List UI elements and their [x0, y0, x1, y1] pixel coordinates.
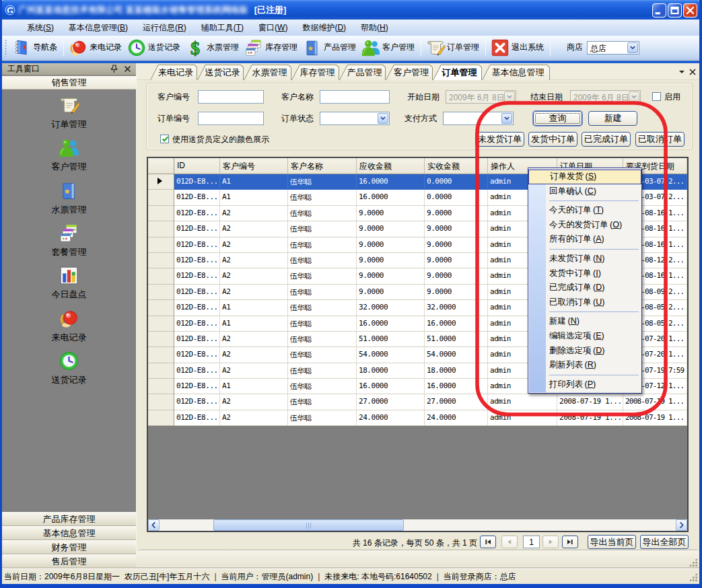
last-page-button[interactable] — [562, 536, 578, 548]
toolbar-button-6[interactable]: 产品管理 — [301, 37, 359, 59]
column-header-5[interactable]: 实收金额 — [425, 158, 488, 174]
context-menu-item-所有的订单[interactable]: 所有的订单 (A) — [528, 232, 641, 247]
close-button[interactable] — [683, 3, 697, 17]
context-menu-item-今天的订单[interactable]: 今天的订单 (T) — [528, 203, 641, 218]
context-menu-item-编辑选定项[interactable]: 编辑选定项 (E) — [528, 329, 641, 344]
column-header-1[interactable]: ID — [174, 158, 220, 174]
tab-2[interactable]: 送货记录 — [197, 65, 244, 80]
tab-5[interactable]: 产品管理 — [339, 65, 386, 80]
context-menu-item-订单发货[interactable]: 订单发货 (S) — [528, 170, 641, 184]
resize-grip — [689, 558, 697, 566]
status-filter-button-1[interactable]: 未发货订单 — [475, 132, 524, 147]
order-code-input[interactable] — [198, 112, 264, 125]
table-row-16[interactable]: 012D-E8...A2伍华聪24.000024.0000admin2008-0… — [148, 410, 687, 426]
context-menu-item-已完成订单[interactable]: 已完成订单 (D) — [528, 281, 641, 295]
query-button[interactable]: 查询 — [533, 111, 582, 126]
toolbar-button-1[interactable]: 导航条 — [10, 37, 61, 59]
status-filter-button-3[interactable]: 已完成订单 — [582, 132, 631, 147]
tab-scroll-chevron-icon[interactable] — [678, 69, 686, 75]
context-menu-item-今天的发货订单[interactable]: 今天的发货订单 (O) — [528, 218, 641, 233]
page-number-input[interactable]: 1 — [523, 536, 540, 548]
sidebar-item-3[interactable]: 水票管理 — [2, 180, 136, 216]
menu-item-B[interactable]: 基本信息管理(B) — [61, 21, 135, 34]
minimize-button[interactable] — [652, 3, 666, 17]
context-menu-item-发货中订单[interactable]: 发货中订单 (I) — [528, 266, 641, 281]
context-menu-item-新建[interactable]: 新建 (N) — [528, 314, 641, 329]
enable-checkbox[interactable] — [652, 92, 661, 101]
scroll-right-button[interactable] — [676, 519, 687, 531]
sidebar-stack-bar-2[interactable]: 基本信息管理 — [2, 526, 136, 540]
sidebar-stack-bar-1[interactable]: 产品库存管理 — [2, 512, 136, 526]
sidebar-item-4[interactable]: 套餐管理 — [2, 222, 136, 258]
first-page-button[interactable] — [480, 536, 496, 548]
tab-1[interactable]: 来电记录 — [150, 65, 197, 80]
tab-4[interactable]: 库存管理 — [291, 65, 339, 80]
close-tool-window-icon[interactable] — [123, 65, 132, 73]
title-bar[interactable]: 广州某某信息技术有限公司 某某桶装水销售管理系统网络版 [已注册] — [0, 0, 702, 20]
column-header-3[interactable]: 客户名称 — [288, 158, 357, 174]
tab-6[interactable]: 客户管理 — [386, 65, 433, 80]
scroll-left-button[interactable] — [148, 519, 160, 531]
toolbar-button-8[interactable]: 订单管理 — [424, 37, 483, 59]
context-menu-item-刷新列表[interactable]: 刷新列表 (R) — [528, 358, 641, 373]
restore-icon — [668, 4, 681, 17]
tab-7[interactable]: 订单管理 — [433, 65, 482, 80]
status-filter-button-2[interactable]: 发货中订单 — [528, 132, 577, 147]
export-all-pages-button[interactable]: 导出全部页 — [640, 535, 689, 549]
row-indicator — [148, 268, 174, 284]
menu-item-D[interactable]: 数据维护(D) — [295, 21, 353, 34]
tab-8[interactable]: 基本信息管理 — [482, 65, 550, 80]
pin-icon[interactable] — [110, 65, 118, 73]
sidebar-stack-bar-3[interactable]: 财务管理 — [2, 540, 136, 554]
tab-3[interactable]: 水票管理 — [244, 65, 291, 80]
sidebar-item-5[interactable]: 今日盘点 — [2, 264, 136, 301]
context-menu-item-已取消订单[interactable]: 已取消订单 (U) — [528, 295, 641, 310]
context-menu-item-删除选定项[interactable]: 删除选定项 (D) — [528, 344, 641, 359]
cell: 2008-07-19 1... — [557, 394, 623, 410]
sidebar-stack-bar-4[interactable]: 售后管理 — [2, 554, 136, 568]
context-menu-item-未发货订单[interactable]: 未发货订单 (N) — [528, 252, 641, 266]
pay-method-select[interactable] — [443, 112, 514, 125]
shop-select[interactable]: 总店 — [587, 41, 639, 54]
tab-close-icon[interactable] — [689, 69, 697, 75]
sidebar-item-7[interactable]: 送货记录 — [2, 350, 136, 386]
toolbar-exit-button[interactable]: 退出系统 — [489, 37, 547, 59]
context-menu-item-回单确认[interactable]: 回单确认 (C) — [528, 184, 641, 199]
cell: A1 — [220, 300, 288, 316]
table-row-15[interactable]: 012D-E8...A2伍华聪27.000027.0000admin2008-0… — [148, 394, 687, 410]
export-current-page-button[interactable]: 导出当前页 — [588, 535, 636, 549]
grid-horizontal-scrollbar[interactable] — [148, 519, 687, 531]
scrollbar-thumb[interactable] — [213, 519, 404, 531]
sidebar-item-6[interactable]: 来电记录 — [2, 307, 136, 344]
order-status-select[interactable] — [320, 112, 390, 125]
toolbar-button-4[interactable]: 水票管理 — [184, 37, 242, 59]
menu-item-R[interactable]: 运行信息(R) — [135, 21, 194, 34]
next-page-button[interactable] — [542, 536, 559, 548]
status-filter-button-4[interactable]: 已取消订单 — [635, 132, 685, 147]
toolbar-button-7[interactable]: 客户管理 — [359, 37, 418, 59]
status-bar: 当前日期：2009年6月8日星期一 农历己丑[牛]年五月十六|当前用户：管理员(… — [2, 568, 699, 584]
customer-name-input[interactable] — [320, 90, 390, 104]
menu-item-W[interactable]: 窗口(W) — [251, 21, 295, 34]
delivery-color-checkbox[interactable] — [160, 135, 169, 143]
menu-item-S[interactable]: 系统(S) — [20, 21, 61, 34]
prev-page-button[interactable] — [501, 536, 518, 548]
column-header-4[interactable]: 应收金额 — [357, 158, 425, 174]
toolbar-button-2[interactable]: 来电记录 — [67, 37, 125, 59]
toolbar-button-5[interactable]: 库存管理 — [242, 37, 301, 59]
new-button[interactable]: 新建 — [588, 111, 637, 126]
context-menu-item-打印列表[interactable]: 打印列表 (P) — [528, 377, 641, 392]
menu-item-H[interactable]: 帮助(H) — [353, 21, 396, 34]
toolbar-button-3[interactable]: 送货记录 — [125, 37, 184, 59]
menu-item-T[interactable]: 辅助工具(T) — [194, 21, 251, 34]
row-indicator — [148, 253, 174, 268]
start-date-picker[interactable]: 2009年 6月 8日 — [446, 90, 516, 104]
customer-code-input[interactable] — [198, 90, 264, 104]
sidebar-item-1[interactable]: 订单管理 — [2, 94, 136, 131]
column-header-2[interactable]: 客户编号 — [220, 158, 288, 174]
bell-icon — [58, 307, 80, 330]
sidebar-group-header[interactable]: 销售管理 — [2, 76, 136, 89]
end-date-picker[interactable]: 2009年 6月 8日 — [570, 90, 641, 104]
restore-button[interactable] — [668, 3, 682, 17]
sidebar-item-2[interactable]: 客户管理 — [2, 137, 136, 173]
